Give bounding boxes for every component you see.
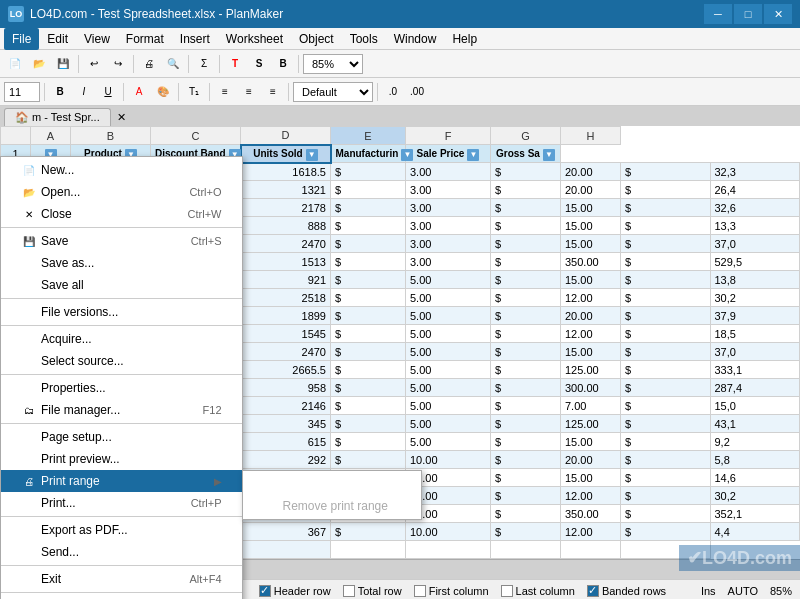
- cell-r18-c6[interactable]: $: [491, 451, 561, 469]
- cell-r21-c6[interactable]: $: [491, 505, 561, 523]
- cell-r10-c7[interactable]: 20.00: [561, 307, 621, 325]
- menu-recent-1[interactable]: 1 C:\...\LO4D.com - Test Spread...: [1, 595, 242, 599]
- status-header-row[interactable]: ✓ Header row: [259, 585, 331, 597]
- last-column-checkbox[interactable]: [501, 585, 513, 597]
- menu-page-setup[interactable]: Page setup...: [1, 426, 242, 448]
- cell-r6-c4[interactable]: $: [331, 235, 406, 253]
- cell-r13-c9[interactable]: 333,1: [710, 361, 800, 379]
- cell-r14-c7[interactable]: 300.00: [561, 379, 621, 397]
- cell-r20-c6[interactable]: $: [491, 487, 561, 505]
- cell-r11-c6[interactable]: $: [491, 325, 561, 343]
- menu-acquire[interactable]: Acquire...: [1, 328, 242, 350]
- menu-item-tools[interactable]: Tools: [342, 28, 386, 50]
- cell-r6-c7[interactable]: 15.00: [561, 235, 621, 253]
- cell-r19-c6[interactable]: $: [491, 469, 561, 487]
- cell-r8-c4[interactable]: $: [331, 271, 406, 289]
- cell-r10-c3[interactable]: 1899: [241, 307, 331, 325]
- inc-decimal[interactable]: .00: [406, 81, 428, 103]
- cell-r18-c8[interactable]: $: [621, 451, 711, 469]
- cell-r11-c8[interactable]: $: [621, 325, 711, 343]
- cell-r8-c6[interactable]: $: [491, 271, 561, 289]
- cell-r6-c8[interactable]: $: [621, 235, 711, 253]
- cell-r17-c7[interactable]: 15.00: [561, 433, 621, 451]
- menu-properties[interactable]: Properties...: [1, 377, 242, 399]
- cell-r21-c9[interactable]: 352,1: [710, 505, 800, 523]
- submenu-define-print-range[interactable]: Define print range: [243, 473, 421, 495]
- cell-r23-c7[interactable]: [561, 541, 621, 559]
- menu-print-preview[interactable]: Print preview...: [1, 448, 242, 470]
- menu-item-object[interactable]: Object: [291, 28, 342, 50]
- cell-r18-c5[interactable]: 10.00: [406, 451, 491, 469]
- filter-h[interactable]: Gross Sa ▼: [491, 145, 561, 163]
- cell-r8-c9[interactable]: 13,8: [710, 271, 800, 289]
- cell-r23-c5[interactable]: [406, 541, 491, 559]
- menu-file-versions[interactable]: File versions...: [1, 301, 242, 323]
- menu-save-all[interactable]: Save all: [1, 274, 242, 296]
- cell-r22-c9[interactable]: 4,4: [710, 523, 800, 541]
- cell-r22-c3[interactable]: 367: [241, 523, 331, 541]
- find-button[interactable]: 🔍: [162, 53, 184, 75]
- cell-r4-c8[interactable]: $: [621, 199, 711, 217]
- menu-select-source[interactable]: Select source...: [1, 350, 242, 372]
- cell-r15-c4[interactable]: $: [331, 397, 406, 415]
- cell-r2-c7[interactable]: 20.00: [561, 163, 621, 181]
- t1-button[interactable]: T₁: [183, 81, 205, 103]
- cell-r8-c8[interactable]: $: [621, 271, 711, 289]
- cell-r17-c3[interactable]: 615: [241, 433, 331, 451]
- bold-red-t[interactable]: T: [224, 53, 246, 75]
- menu-send[interactable]: Send...: [1, 541, 242, 563]
- underline-button[interactable]: U: [97, 81, 119, 103]
- cell-r13-c6[interactable]: $: [491, 361, 561, 379]
- cell-r11-c9[interactable]: 18,5: [710, 325, 800, 343]
- cell-r13-c8[interactable]: $: [621, 361, 711, 379]
- cell-r23-c4[interactable]: [331, 541, 406, 559]
- cell-r13-c3[interactable]: 2665.5: [241, 361, 331, 379]
- cell-r12-c7[interactable]: 15.00: [561, 343, 621, 361]
- new-button[interactable]: 📄: [4, 53, 26, 75]
- title-bar-controls[interactable]: ─ □ ✕: [704, 4, 792, 24]
- cell-r5-c6[interactable]: $: [491, 217, 561, 235]
- minimize-button[interactable]: ─: [704, 4, 732, 24]
- submenu-remove-print-range[interactable]: Remove print range: [243, 495, 421, 517]
- col-a[interactable]: A: [31, 127, 71, 145]
- close-button[interactable]: ✕: [764, 4, 792, 24]
- col-g[interactable]: G: [491, 127, 561, 145]
- cell-r3-c7[interactable]: 20.00: [561, 181, 621, 199]
- cell-r7-c4[interactable]: $: [331, 253, 406, 271]
- menu-new[interactable]: 📄New...: [1, 159, 242, 181]
- cell-r4-c7[interactable]: 15.00: [561, 199, 621, 217]
- cell-r17-c9[interactable]: 9,2: [710, 433, 800, 451]
- cell-r2-c9[interactable]: 32,3: [710, 163, 800, 181]
- cell-r17-c8[interactable]: $: [621, 433, 711, 451]
- document-tab[interactable]: 🏠 m - Test Spr...: [4, 108, 111, 126]
- cell-r12-c9[interactable]: 37,0: [710, 343, 800, 361]
- cell-r9-c9[interactable]: 30,2: [710, 289, 800, 307]
- menu-item-window[interactable]: Window: [386, 28, 445, 50]
- cell-r3-c3[interactable]: 1321: [241, 181, 331, 199]
- cell-r16-c8[interactable]: $: [621, 415, 711, 433]
- cell-r15-c9[interactable]: 15,0: [710, 397, 800, 415]
- cell-r8-c5[interactable]: 5.00: [406, 271, 491, 289]
- cell-r9-c6[interactable]: $: [491, 289, 561, 307]
- col-c[interactable]: C: [151, 127, 241, 145]
- status-banded-rows[interactable]: ✓ Banded rows: [587, 585, 666, 597]
- cell-r8-c3[interactable]: 921: [241, 271, 331, 289]
- cell-r5-c5[interactable]: 3.00: [406, 217, 491, 235]
- col-f[interactable]: F: [406, 127, 491, 145]
- cell-r4-c3[interactable]: 2178: [241, 199, 331, 217]
- cell-r18-c4[interactable]: $: [331, 451, 406, 469]
- cell-r16-c4[interactable]: $: [331, 415, 406, 433]
- menu-close[interactable]: ✕Close Ctrl+W: [1, 203, 242, 225]
- cell-r17-c4[interactable]: $: [331, 433, 406, 451]
- cell-r13-c7[interactable]: 125.00: [561, 361, 621, 379]
- align-center[interactable]: ≡: [238, 81, 260, 103]
- cell-r9-c4[interactable]: $: [331, 289, 406, 307]
- header-row-checkbox[interactable]: ✓: [259, 585, 271, 597]
- style-combo[interactable]: Default: [293, 82, 373, 102]
- cell-r16-c9[interactable]: 43,1: [710, 415, 800, 433]
- menu-item-insert[interactable]: Insert: [172, 28, 218, 50]
- menu-item-view[interactable]: View: [76, 28, 118, 50]
- sum-button[interactable]: Σ: [193, 53, 215, 75]
- cell-r7-c7[interactable]: 350.00: [561, 253, 621, 271]
- cell-r12-c8[interactable]: $: [621, 343, 711, 361]
